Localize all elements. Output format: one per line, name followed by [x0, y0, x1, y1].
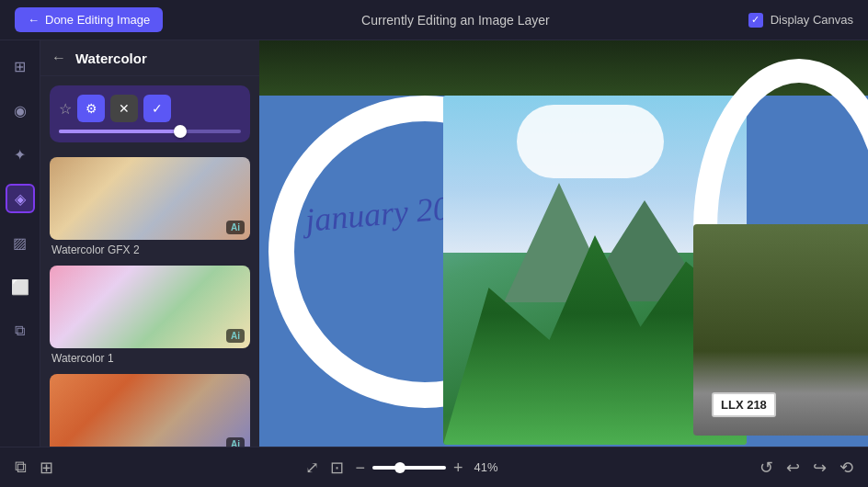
toolbar-right: ↺ ↩ ↪ ⟲: [760, 458, 853, 478]
done-editing-button[interactable]: ← Done Editing Image: [15, 7, 163, 32]
display-canvas-checkbox[interactable]: [748, 13, 763, 28]
zoom-slider-thumb: [394, 462, 405, 473]
ai-badge-watercolor1: Ai: [226, 329, 245, 343]
filter-settings-button[interactable]: ⚙: [77, 95, 105, 122]
sidebar-item-effects[interactable]: ◈: [6, 184, 35, 213]
undo-icon[interactable]: ↩: [786, 458, 800, 478]
canvas-content: january 20 LLX 218: [259, 40, 868, 447]
mountain-cloud: [517, 105, 664, 178]
filter-item-watercolor-gfx2[interactable]: Ai Watercolor GFX 2: [50, 157, 250, 256]
zoom-out-button[interactable]: −: [355, 459, 365, 476]
filter-buttons: ⚙ ✕ ✓: [77, 95, 171, 122]
display-canvas-label: Display Canvas: [771, 13, 853, 27]
expand-icon[interactable]: ⤢: [305, 458, 319, 478]
redo-icon[interactable]: ↪: [813, 458, 827, 478]
bottom-toolbar: ⧉ ⊞ ⤢ ⊡ − + 41% ↺ ↩ ↪ ⟲: [0, 447, 868, 487]
sidebar-item-grid[interactable]: ⊞: [6, 51, 35, 81]
toolbar-center: ⤢ ⊡ − + 41%: [305, 458, 507, 478]
sidebar-item-image[interactable]: ▨: [6, 228, 35, 257]
ai-badge-watercolor2: Ai: [226, 437, 245, 447]
filter-thumb-watercolor1: Ai: [50, 266, 250, 348]
top-bar: ← Done Editing Image Currently Editing a…: [0, 0, 868, 40]
main-area: ⊞ ◉ ✦ ◈ ▨ ⬜ ⧉ ← Watercolor ☆ ⚙ ✕ ✓: [0, 40, 868, 447]
car-area: LLX 218: [693, 224, 868, 436]
done-button-label: Done Editing Image: [45, 13, 150, 27]
icon-sidebar: ⊞ ◉ ✦ ◈ ▨ ⬜ ⧉: [0, 40, 40, 447]
panel-header: ← Watercolor: [40, 40, 259, 76]
layers-toolbar-icon[interactable]: ⧉: [15, 458, 27, 477]
star-icon[interactable]: ☆: [59, 100, 72, 118]
filter-controls: ☆ ⚙ ✕ ✓: [50, 85, 250, 142]
filter-name-gfx2: Watercolor GFX 2: [50, 244, 250, 256]
filter-thumb-watercolor-gfx2: Ai: [50, 157, 250, 240]
display-canvas-area: Display Canvas: [748, 13, 853, 28]
filter-item-watercolor1[interactable]: Ai Watercolor 1: [50, 266, 250, 365]
toolbar-left: ⧉ ⊞: [15, 458, 53, 478]
arrow-left-icon: ←: [28, 13, 40, 27]
back-button[interactable]: ←: [51, 50, 66, 66]
slider-row: [59, 130, 241, 133]
sidebar-item-layers[interactable]: ⧉: [6, 316, 35, 345]
canvas-area: january 20 LLX 218: [259, 40, 868, 447]
grid-toolbar-icon[interactable]: ⊞: [40, 458, 53, 478]
filter-item-watercolor2[interactable]: Ai Watercolor 2: [50, 374, 250, 447]
filter-confirm-button[interactable]: ✓: [143, 95, 171, 122]
sidebar-item-sparkle[interactable]: ✦: [6, 140, 35, 169]
filter-thumb-watercolor2: Ai: [50, 374, 250, 447]
zoom-controls: − +: [355, 459, 463, 476]
history-icon[interactable]: ⟲: [839, 458, 853, 478]
panel-title: Watercolor: [75, 51, 147, 66]
filter-name-watercolor1: Watercolor 1: [50, 352, 250, 365]
filter-slider[interactable]: [59, 130, 241, 133]
crop-icon[interactable]: ⊡: [330, 458, 344, 478]
refresh-icon[interactable]: ↺: [760, 458, 773, 478]
zoom-in-button[interactable]: +: [453, 459, 463, 476]
left-panel: ← Watercolor ☆ ⚙ ✕ ✓: [40, 40, 259, 447]
license-plate: LLX 218: [712, 392, 776, 417]
filter-cancel-button[interactable]: ✕: [110, 95, 138, 122]
zoom-slider[interactable]: [372, 466, 446, 470]
zoom-percent-label: 41%: [474, 460, 508, 474]
page-title: Currently Editing an Image Layer: [361, 13, 550, 28]
sidebar-item-frame[interactable]: ⬜: [6, 272, 35, 301]
slider-fill: [59, 130, 177, 133]
slider-thumb: [174, 125, 187, 138]
filter-list: Ai Watercolor GFX 2 Ai Watercolor 1 Ai W…: [40, 152, 259, 447]
ai-badge-gfx2: Ai: [226, 221, 245, 234]
filter-top-row: ☆ ⚙ ✕ ✓: [59, 95, 241, 122]
sidebar-item-eye[interactable]: ◉: [6, 96, 35, 125]
